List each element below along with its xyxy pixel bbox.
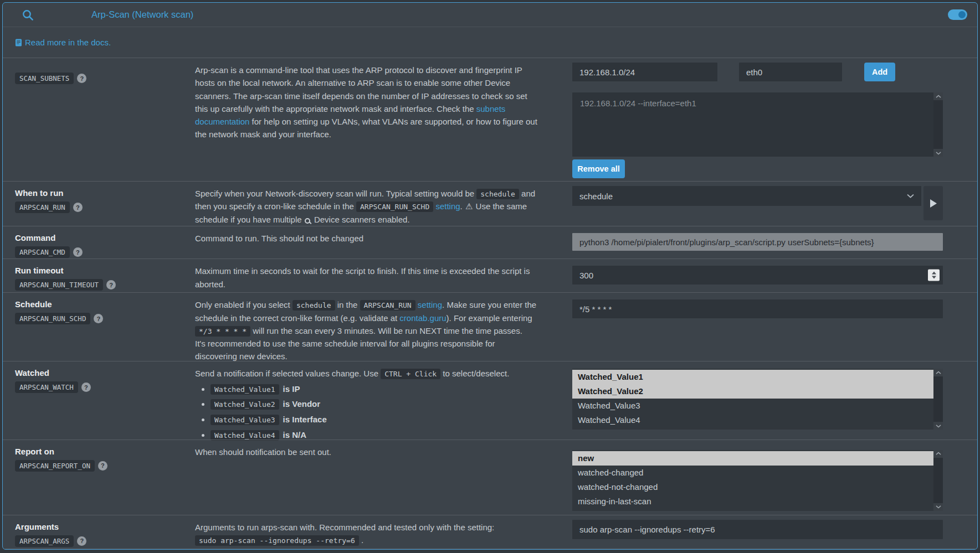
play-icon: [929, 199, 937, 208]
scroll-down-icon[interactable]: [933, 149, 943, 157]
number-stepper[interactable]: [928, 270, 940, 281]
help-icon[interactable]: ?: [94, 314, 103, 323]
subnet-list[interactable]: 192.168.1.0/24 --interface=eth1: [572, 92, 943, 157]
stepper-down-icon[interactable]: [932, 276, 936, 279]
subnet-input[interactable]: [572, 63, 717, 81]
schedule-input[interactable]: [572, 299, 943, 318]
help-icon[interactable]: ?: [98, 461, 107, 471]
add-button[interactable]: Add: [864, 63, 895, 81]
timeout-input[interactable]: [572, 266, 943, 285]
setting-description: Send a notification if selected values c…: [183, 361, 561, 450]
setting-code-badge: ARPSCAN_RUN_TIMEOUT: [15, 279, 103, 291]
doc-link[interactable]: setting: [435, 201, 460, 211]
setting-name: When to run: [15, 188, 177, 198]
setting-name: Arguments: [15, 522, 177, 531]
watched-values-list: Watched_Value1is IP Watched_Value2is Ven…: [195, 383, 539, 442]
help-icon[interactable]: ?: [73, 247, 83, 257]
setting-name: Report on: [15, 447, 177, 456]
inline-code: CTRL + Click: [381, 369, 440, 379]
option-watched-value3[interactable]: Watched_Value3: [572, 399, 933, 413]
scroll-down-icon[interactable]: [933, 422, 943, 430]
setting-code-badge: SCAN_SUBNETS: [15, 73, 74, 84]
doc-link[interactable]: setting: [418, 300, 442, 309]
search-icon[interactable]: [22, 9, 34, 21]
setting-code-badge: ARPSCAN_RUN: [15, 201, 70, 213]
panel-header: Arp-Scan (Network scan): [3, 3, 977, 27]
option-missing-in-last-scan[interactable]: missing-in-last-scan: [572, 494, 933, 509]
help-icon[interactable]: ?: [73, 203, 83, 212]
scrollbar[interactable]: [933, 369, 943, 430]
setting-code-badge: ARPSCAN_ARGS: [15, 535, 74, 547]
option-watched-value1[interactable]: Watched_Value1: [572, 370, 933, 384]
setting-description: Command to run. This should not be chang…: [183, 226, 561, 259]
scrollbar[interactable]: [933, 450, 943, 511]
scroll-up-icon[interactable]: [933, 450, 943, 458]
scroll-up-icon[interactable]: [933, 92, 943, 100]
option-watched-not-changed[interactable]: watched-not-changed: [572, 480, 933, 494]
docs-row: Read more in the docs.: [3, 27, 977, 58]
page-title: Arp-Scan (Network scan): [91, 9, 193, 20]
setting-code-badge: ARPSCAN_WATCH: [15, 381, 78, 393]
setting-row-schedule: Schedule ARPSCAN_RUN_SCHD ? Only enabled…: [3, 292, 977, 361]
scroll-thumb[interactable]: [933, 100, 943, 149]
setting-description: Only enabled if you select schedule in t…: [183, 293, 561, 369]
setting-row-watched: Watched ARPSCAN_WATCH ? Send a notificat…: [3, 361, 977, 439]
inline-code: sudo arp-scan --ignoredups --retry=6: [195, 535, 359, 546]
setting-code-badge: ARPSCAN_RUN_SCHD: [15, 313, 90, 324]
option-new[interactable]: new: [572, 451, 933, 466]
stepper-up-icon[interactable]: [932, 272, 936, 275]
setting-code-badge: ARPSCAN_REPORT_ON: [15, 460, 95, 472]
setting-row-command: Command ARPSCAN_CMD ? Command to run. Th…: [3, 226, 977, 259]
setting-name: Command: [15, 233, 177, 242]
help-icon[interactable]: ?: [81, 383, 91, 392]
command-input: [572, 233, 943, 251]
inline-code: */3 * * * *: [195, 326, 250, 337]
setting-name: Schedule: [15, 299, 177, 309]
docs-link[interactable]: Read more in the docs.: [15, 38, 111, 47]
toggle-knob: [958, 11, 966, 18]
interface-input[interactable]: [739, 63, 842, 81]
list-item: Watched_Value2is Vendor: [211, 397, 539, 411]
setting-name: Watched: [15, 368, 177, 378]
option-watched-changed[interactable]: watched-changed: [572, 466, 933, 480]
plugin-enabled-toggle[interactable]: [948, 9, 967, 20]
scroll-thumb[interactable]: [933, 376, 943, 422]
help-icon[interactable]: ?: [106, 280, 116, 290]
warning-icon: ⚠: [465, 201, 473, 211]
option-watched-value2[interactable]: Watched_Value2: [572, 384, 933, 399]
chevron-down-icon: [907, 194, 914, 198]
search-plus-icon: [305, 218, 310, 224]
setting-row-arguments: Arguments ARPSCAN_ARGS ? Arguments to ru…: [3, 515, 977, 549]
arguments-input[interactable]: [572, 520, 943, 539]
inline-code: schedule: [476, 189, 519, 199]
scrollbar[interactable]: [933, 92, 943, 157]
setting-description: When should notification be sent out.: [183, 440, 561, 515]
setting-description: Arp-scan is a command-line tool that use…: [183, 58, 561, 183]
setting-row-when-to-run: When to run ARPSCAN_RUN ? Specify when y…: [3, 181, 977, 226]
setting-description: Arguments to run arps-scan with. Recomme…: [183, 515, 561, 550]
report-on-multiselect[interactable]: new watched-changed watched-not-changed …: [572, 450, 943, 511]
list-item: Watched_Value1is IP: [211, 383, 539, 396]
scroll-up-icon[interactable]: [933, 369, 943, 376]
inline-code: ARPSCAN_RUN_SCHD: [356, 201, 433, 212]
scroll-down-icon[interactable]: [933, 503, 943, 511]
help-icon[interactable]: ?: [77, 74, 86, 83]
watched-multiselect[interactable]: Watched_Value1 Watched_Value2 Watched_Va…: [572, 369, 943, 430]
help-icon[interactable]: ?: [77, 536, 86, 546]
subnet-list-item[interactable]: 192.168.1.0/24 --interface=eth1: [580, 99, 926, 108]
option-watched-value4[interactable]: Watched_Value4: [572, 413, 933, 427]
doc-link[interactable]: crontab.guru: [399, 313, 446, 323]
scroll-thumb[interactable]: [933, 458, 943, 503]
list-item: Watched_Value3is Interface: [211, 413, 539, 427]
plugin-settings-panel: Arp-Scan (Network scan) Read more in the…: [2, 2, 978, 550]
run-now-button[interactable]: [923, 186, 943, 220]
inline-code: ARPSCAN_RUN: [360, 300, 415, 311]
setting-code-badge: ARPSCAN_CMD: [15, 246, 70, 258]
setting-name: Run timeout: [15, 266, 177, 275]
remove-all-button[interactable]: Remove all: [572, 159, 625, 178]
setting-row-run-timeout: Run timeout ARPSCAN_RUN_TIMEOUT ? Maximu…: [3, 259, 977, 292]
book-icon: [15, 39, 22, 46]
inline-code: schedule: [293, 300, 335, 311]
run-mode-select[interactable]: schedule: [572, 186, 921, 206]
setting-description: Specify when your Network-discovery scan…: [183, 182, 561, 232]
